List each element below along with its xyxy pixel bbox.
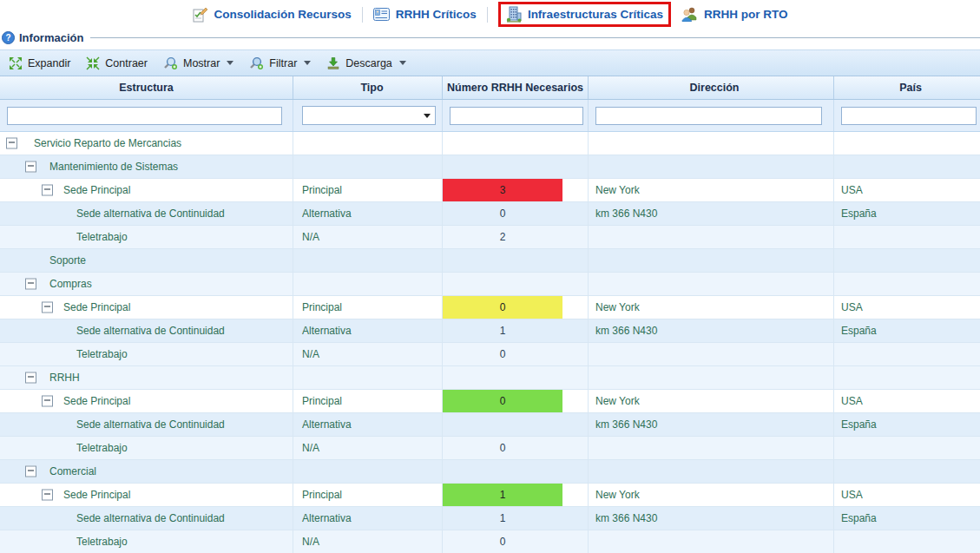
tree-collapse-icon[interactable]	[42, 490, 53, 501]
table-row[interactable]: Sede PrincipalPrincipal0New YorkUSA	[0, 390, 980, 413]
svg-text:?: ?	[5, 33, 10, 43]
numero-cell: 3	[443, 179, 589, 201]
help-icon[interactable]: ?	[2, 31, 15, 44]
direccion-filter-input[interactable]	[595, 107, 822, 125]
show-columns-button[interactable]: Mostrar	[163, 56, 233, 70]
column-header-estructura[interactable]: Estructura	[0, 76, 293, 99]
tree-collapse-icon[interactable]	[42, 185, 53, 196]
filter-row	[0, 100, 980, 132]
rrhh-status-badge: 0	[443, 390, 562, 412]
tree-node-label: Sede Principal	[63, 395, 130, 407]
table-row[interactable]: Sede alternativa de ContinuidadAlternati…	[0, 202, 980, 226]
table-row[interactable]: TeletrabajoN/A0	[0, 343, 980, 366]
column-header-tipo[interactable]: Tipo	[293, 76, 443, 99]
tab-rrhh-por-rto[interactable]: RRHH por RTO	[681, 7, 788, 22]
tree-collapse-icon[interactable]	[25, 161, 36, 173]
tab-divider	[487, 7, 488, 23]
table-row[interactable]: Sede alternativa de ContinuidadAlternati…	[0, 413, 980, 437]
numero-filter-input[interactable]	[450, 107, 583, 125]
tree-node-label: Servicio Reparto de Mercancias	[34, 137, 181, 149]
tree-collapse-icon[interactable]	[6, 138, 17, 149]
tree-collapse-icon[interactable]	[42, 396, 53, 407]
tree-collapse-icon[interactable]	[25, 279, 36, 290]
collapse-button[interactable]: Contraer	[86, 56, 148, 70]
tab-rrhh-criticos[interactable]: RRHH Críticos	[373, 8, 477, 21]
numero-value: 0	[443, 343, 562, 365]
toolbar-button-label: Contraer	[105, 57, 148, 69]
table-row[interactable]: TeletrabajoN/A0	[0, 437, 980, 460]
numero-cell: 0	[443, 296, 589, 319]
tree-collapse-icon[interactable]	[42, 302, 53, 313]
table-row[interactable]: TeletrabajoN/A2	[0, 226, 980, 249]
table-row[interactable]: Compras	[0, 273, 980, 296]
tipo-cell: Principal	[293, 484, 443, 506]
tipo-cell: N/A	[293, 343, 443, 365]
pais-cell	[834, 273, 980, 295]
pais-filter-input[interactable]	[841, 107, 977, 125]
tab-infraestructuras-criticas[interactable]: Infraestructuras Críticas	[498, 2, 671, 27]
expand-all-icon	[9, 56, 23, 70]
numero-value: 1	[443, 507, 562, 530]
tree-node-label: Sede alternativa de Continuidad	[76, 325, 225, 337]
numero-cell	[443, 132, 589, 155]
table-row[interactable]: Soporte	[0, 249, 980, 273]
expand-button[interactable]: Expandir	[9, 56, 70, 70]
numero-value	[443, 155, 562, 178]
direccion-cell: New York	[589, 179, 834, 201]
tipo-cell: Alternativa	[293, 413, 443, 436]
toolbar-button-label: Descarga	[345, 57, 392, 69]
table-row[interactable]: Servicio Reparto de Mercancias	[0, 132, 980, 155]
tipo-filter-select[interactable]	[302, 106, 436, 125]
table-row[interactable]: Sede PrincipalPrincipal3New YorkUSA	[0, 179, 980, 202]
numero-value	[443, 249, 562, 272]
tree-node-label: Compras	[49, 278, 92, 290]
numero-cell	[443, 273, 589, 295]
filter-button[interactable]: Filtrar	[249, 56, 311, 70]
tree-node-label: Teletrabajo	[76, 348, 128, 360]
pais-cell	[834, 343, 980, 365]
numero-cell: 0	[443, 343, 589, 365]
select-dropdown-icon	[424, 114, 431, 118]
table-row[interactable]: Sede PrincipalPrincipal1New YorkUSA	[0, 484, 980, 507]
table-row[interactable]: RRHH	[0, 366, 980, 390]
pais-cell	[834, 366, 980, 389]
estructura-filter-input[interactable]	[7, 107, 282, 125]
download-icon	[326, 56, 340, 70]
table-row[interactable]: Comercial	[0, 460, 980, 484]
column-header-pais[interactable]: País	[834, 76, 980, 99]
toolbar-button-label: Expandir	[28, 57, 70, 69]
table-row[interactable]: Sede alternativa de ContinuidadAlternati…	[0, 507, 980, 530]
numero-value: 0	[443, 202, 562, 225]
tab-label: Consolidación Recursos	[214, 8, 352, 21]
pais-cell	[834, 530, 980, 553]
table-row[interactable]: Mantenimiento de Sistemas	[0, 155, 980, 179]
id-card-icon	[373, 8, 390, 21]
tab-consolidacion-recursos[interactable]: Consolidación Recursos	[193, 7, 352, 23]
table-row[interactable]: Sede PrincipalPrincipal0New YorkUSA	[0, 296, 980, 319]
pais-cell	[834, 226, 980, 248]
table-row[interactable]: Sede alternativa de ContinuidadAlternati…	[0, 319, 980, 343]
legend-divider-line	[90, 37, 980, 38]
numero-cell	[443, 460, 589, 483]
numero-value: 0	[443, 530, 562, 553]
numero-cell	[443, 249, 589, 272]
column-header-direccion[interactable]: Dirección	[589, 76, 834, 99]
direccion-cell: km 366 N430	[589, 413, 834, 436]
tipo-cell: Alternativa	[293, 319, 443, 342]
direccion-cell	[589, 460, 834, 483]
numero-cell	[443, 155, 589, 178]
tree-node-label: Sede alternativa de Continuidad	[76, 512, 225, 524]
tipo-cell: N/A	[293, 530, 443, 553]
table-row[interactable]: TeletrabajoN/A0	[0, 530, 980, 553]
tipo-cell	[293, 132, 443, 155]
collapse-all-icon	[86, 56, 100, 70]
numero-value: 1	[443, 319, 562, 342]
column-header-numero-rrhh[interactable]: Número RRHH Necesarios	[443, 76, 589, 99]
direccion-cell	[589, 437, 834, 459]
tree-collapse-icon[interactable]	[25, 466, 36, 477]
pais-cell: USA	[834, 484, 980, 506]
tree-collapse-icon[interactable]	[25, 372, 36, 384]
download-button[interactable]: Descarga	[326, 56, 406, 70]
table-header-row: Estructura Tipo Número RRHH Necesarios D…	[0, 76, 980, 100]
numero-value	[443, 366, 562, 389]
